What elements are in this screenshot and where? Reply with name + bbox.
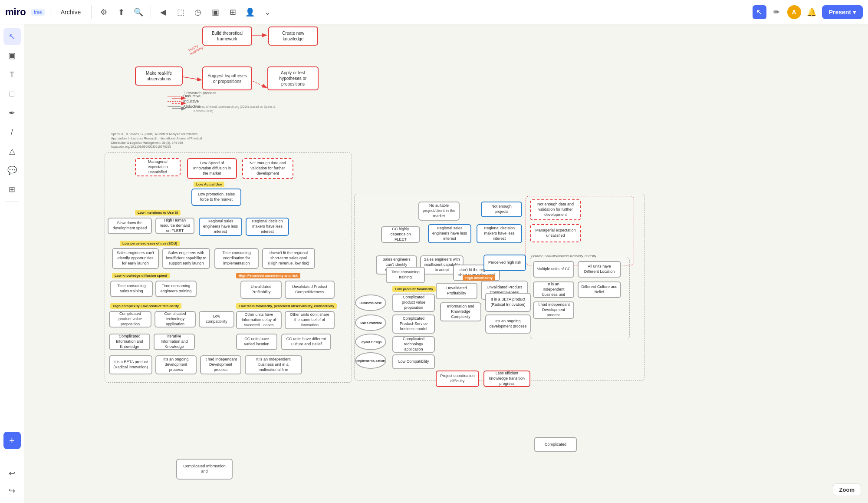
reference-text: Spens, K., & Kovács, G. (2006). A Conten… — [111, 132, 207, 149]
node-ongoing-dev[interactable]: It's an ongoing development process — [155, 355, 197, 374]
node-apply-hyp[interactable]: Apply or test hypotheses or propositions — [267, 66, 319, 90]
redo-button[interactable]: ↪ — [3, 482, 21, 500]
upload-button[interactable]: ⬆ — [114, 5, 128, 19]
avatar[interactable]: A — [787, 5, 801, 19]
node-complicated-info[interactable]: Complicated Information and Knowledge — [109, 334, 150, 350]
r-node-regional-dec[interactable]: Regional decision makers have less inter… — [477, 224, 522, 243]
r-node-independant-dev[interactable]: It had independant Development process — [533, 301, 574, 319]
bell-button[interactable]: 🔔 — [805, 5, 819, 19]
timer-button[interactable]: ◷ — [191, 5, 205, 19]
r-node-time-training[interactable]: Time consuming training — [386, 267, 425, 283]
node-time-eng[interactable]: Time consuming engineers training — [155, 281, 197, 297]
svg-line-1 — [250, 80, 266, 87]
cursor-sidebar-button[interactable]: ↖ — [3, 28, 21, 45]
node-complicated-info-bottom[interactable]: Complicated Information and — [176, 459, 233, 480]
layout-button[interactable]: ▣ — [208, 5, 222, 19]
search-button[interactable]: 🔍 — [132, 5, 145, 19]
logo: miro — [5, 7, 26, 18]
r-oval-business: Business case — [355, 295, 386, 311]
node-not-enough-data[interactable]: Not enough data and validation for furth… — [242, 158, 293, 179]
r-node-less-efficient[interactable]: Less efficient knowledge transition prog… — [483, 371, 530, 387]
label-high-perceived: High Perceived uncertainty and risk — [236, 273, 300, 278]
frames-sidebar-button[interactable]: ▣ — [3, 47, 21, 64]
node-iterative-info[interactable]: Iterative Information and Knowledge — [154, 334, 195, 350]
node-regional-eng[interactable]: Regional sales engineers have less inter… — [199, 218, 242, 236]
sidebar-divider — [5, 202, 19, 202]
pen-sidebar-button[interactable]: ✒ — [3, 104, 21, 122]
archive-button[interactable]: Archive — [56, 6, 86, 18]
node-low-speed[interactable]: Low Speed of Innovation diffusion in the… — [187, 158, 237, 179]
label-low-team: Low team familiarity, perceived observab… — [236, 303, 337, 309]
r-node-regional-eng[interactable]: Regional sales engineers have less inter… — [428, 224, 471, 243]
label-low-perceived: Low perceived ease of use (SOU) — [120, 241, 180, 246]
r-node-perceived-high[interactable]: Perceived high risk — [483, 255, 526, 271]
node-suggest-hyp[interactable]: Suggest hypotheses or propositions — [202, 66, 252, 90]
node-time-sales[interactable]: Time consuming sales training — [110, 281, 153, 297]
node-sales-eng-id[interactable]: Sales engineers can't Identify opportuni… — [112, 248, 159, 269]
node-managerial-exp[interactable]: Managerial expectation unsatisfied — [135, 158, 181, 176]
node-other-units-info[interactable]: Other units have Information delay of su… — [236, 311, 282, 329]
node-time-coord[interactable]: Time consuming coordination for implemen… — [214, 248, 259, 269]
node-complicated-product[interactable]: Complicated product value proposition — [109, 311, 151, 328]
node-other-units-belief[interactable]: Other units don't share the same belief … — [285, 311, 335, 329]
comment-sidebar-button[interactable]: 💬 — [3, 162, 21, 179]
present-button[interactable]: Present ▾ — [822, 5, 863, 19]
cursor-tool[interactable]: ↖ — [753, 5, 766, 19]
frame-button[interactable]: ⬚ — [174, 5, 187, 19]
node-complicated-tech[interactable]: Complicated technology application — [155, 311, 196, 328]
node-independant-dev[interactable]: It had independant Development process — [200, 355, 241, 374]
node-cc-location[interactable]: CC units have varied location — [236, 334, 277, 350]
r-node-not-enough-proj[interactable]: Not enough projects — [481, 202, 522, 217]
node-sales-eng-insuf[interactable]: Sales engineers with insufficient capabi… — [162, 248, 210, 269]
text-sidebar-button[interactable]: T — [3, 66, 21, 83]
grid-button[interactable]: ⊞ — [226, 5, 240, 19]
r-node-not-enough-data[interactable]: Not enough data and validation for furth… — [530, 199, 581, 220]
r-node-complicated-biz[interactable]: Complicated Product-Service business mod… — [392, 314, 435, 334]
user-button[interactable]: 👤 — [243, 5, 257, 19]
legend: Deductive Inductive Abductive ⎱ research… — [168, 94, 217, 96]
node-independent-unit[interactable]: It is an Independent business unit in a … — [245, 355, 302, 374]
node-slow-down[interactable]: Slow down the development speed — [108, 218, 152, 234]
node-build-theory[interactable]: Build theoretical framework — [202, 26, 252, 46]
toolbar-separator-3 — [151, 5, 151, 19]
r-node-ongoing[interactable]: It's an ongoing development process — [485, 314, 531, 334]
node-low-compat[interactable]: Low compatibility — [199, 311, 234, 328]
r-node-diff-culture[interactable]: Different Culture and Belief — [578, 281, 621, 298]
r-node-low-compat[interactable]: Low Compatibility — [392, 354, 435, 369]
node-create-knowledge[interactable]: Create new knowledge — [268, 26, 318, 46]
collapse-button[interactable]: ◀ — [156, 5, 170, 19]
r-node-unvalidated-profit[interactable]: Unvalidated Profitability — [436, 283, 477, 299]
node-make-obs[interactable]: Make real-life observations — [135, 66, 183, 86]
r-node-diff-location[interactable]: All units have Different Location — [578, 261, 621, 278]
shapes-sidebar-button[interactable]: △ — [3, 142, 21, 160]
r-node-managerial[interactable]: Managerial expectation unsatisfied — [530, 224, 581, 242]
node-cc-culture[interactable]: CC units have different Culture and Beli… — [281, 334, 331, 350]
r-node-beta[interactable]: It in a BETA product (Radical Innovation… — [485, 293, 531, 312]
r-node-info-knowledge[interactable]: Information and Knowledge Complexity — [440, 302, 481, 321]
pen-tool[interactable]: ✏ — [770, 5, 784, 19]
r-node-cc-depends[interactable]: CC highly depends on FLEET — [381, 226, 420, 243]
zoom-badge[interactable]: Zoom — [833, 483, 861, 496]
line-sidebar-button[interactable]: / — [3, 123, 21, 141]
node-unvalidated-profit[interactable]: Unvalidated Profitability — [240, 281, 282, 299]
r-node-complicated[interactable]: Complicated — [534, 437, 577, 452]
undo-button[interactable]: ↩ — [3, 465, 21, 482]
r-node-no-suitable[interactable]: No suitable project/client in the market — [418, 202, 460, 221]
node-regional-dec[interactable]: Regional decision makers have less inter… — [246, 218, 289, 236]
svg-line-2 — [181, 76, 201, 80]
add-button[interactable]: + — [3, 432, 21, 449]
node-high-human[interactable]: High Human resource demand on FLEET — [155, 218, 194, 234]
lock-sidebar-button[interactable]: ⊞ — [3, 181, 21, 198]
node-doesnt-fit[interactable]: doesn't fit the regional short-term sale… — [262, 248, 315, 269]
node-low-promotion[interactable]: Low promotion, sales force to the market — [191, 189, 241, 206]
node-beta-product[interactable]: It is a BETA product (Radical innovation… — [109, 355, 152, 374]
r-node-project-coord[interactable]: Project coordination difficulty — [436, 371, 479, 387]
r-node-complicated-tech[interactable]: Complicated technology application — [392, 336, 435, 353]
r-node-complicated-product[interactable]: Complicated product value proposition — [392, 294, 435, 312]
r-node-multiple-units[interactable]: Multiple units of CC — [533, 261, 574, 278]
more-button[interactable]: ⌄ — [260, 5, 274, 19]
r-node-independent-biz[interactable]: It is an Independent business unit — [533, 281, 574, 298]
settings-button[interactable]: ⚙ — [97, 5, 111, 19]
node-unvalidated-comp[interactable]: Unvalidated Product Competitiveness — [285, 281, 335, 299]
sticky-sidebar-button[interactable]: □ — [3, 85, 21, 103]
